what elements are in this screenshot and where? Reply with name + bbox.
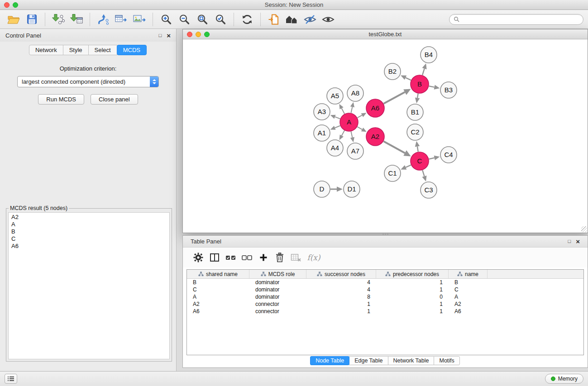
columns-icon	[210, 253, 220, 262]
tab-select[interactable]: Select	[88, 45, 117, 55]
table-row[interactable]: Adominator80A	[187, 293, 583, 300]
graph-edge-C-C2[interactable]	[417, 147, 418, 152]
unselect-all-columns-button[interactable]	[239, 249, 255, 266]
table-row[interactable]: Bdominator41B	[187, 279, 583, 286]
graph-edge-A-A5[interactable]	[342, 108, 344, 114]
memory-button[interactable]: Memory	[545, 374, 583, 384]
search-field[interactable]	[449, 14, 583, 25]
graph-edge-A-A7[interactable]	[351, 132, 352, 138]
cell-predecessor-nodes: 1	[376, 301, 449, 307]
graph-edge-C-C4[interactable]	[429, 158, 435, 159]
zoom-out-button[interactable]	[176, 11, 193, 28]
function-builder-button[interactable]: f(x)	[304, 249, 320, 266]
tab-mcds[interactable]: MCDS	[117, 45, 147, 55]
run-mcds-button[interactable]: Run MCDS	[38, 94, 84, 105]
graph-edge-C-C1[interactable]	[406, 165, 411, 167]
network-minimize-button[interactable]	[196, 32, 201, 37]
open-session-button[interactable]	[5, 11, 22, 28]
export-table-button[interactable]	[113, 11, 130, 28]
float-table-panel-icon[interactable]: □	[568, 239, 571, 244]
zoom-selected-button[interactable]	[212, 11, 229, 28]
graph-edge-A-A4[interactable]	[342, 130, 344, 135]
panel-chooser-button[interactable]	[5, 374, 17, 384]
table-row[interactable]: A2connector11A2	[187, 300, 583, 308]
close-panel-button[interactable]: Close panel	[91, 94, 138, 105]
table-settings-button[interactable]	[190, 249, 206, 266]
graph-edge-A6-B[interactable]	[383, 92, 405, 104]
graph-node-label: A	[347, 118, 351, 126]
graph-edge-arrowhead	[330, 126, 336, 130]
tab-style[interactable]: Style	[63, 45, 89, 55]
import-network-button[interactable]	[50, 11, 67, 28]
delete-table-button[interactable]	[288, 249, 304, 266]
close-window-button[interactable]	[4, 2, 10, 8]
graph-edge-C-C3[interactable]	[422, 170, 424, 176]
cell-name: A2	[449, 301, 488, 307]
graph-node-label: B2	[388, 67, 397, 75]
column-header-name[interactable]: name	[449, 270, 488, 278]
graph-edge-A-A6[interactable]	[358, 115, 362, 118]
show-graphics-details-button[interactable]	[320, 11, 337, 28]
column-header-predecessor-nodes[interactable]: predecessor nodes	[376, 270, 449, 278]
tab-node-table[interactable]: Node Table	[310, 356, 349, 365]
select-all-columns-button[interactable]	[223, 249, 239, 266]
checked-boxes-icon	[225, 254, 236, 261]
zoom-window-button[interactable]	[13, 2, 18, 8]
show-columns-button[interactable]	[206, 249, 223, 266]
save-session-button[interactable]	[23, 11, 40, 28]
result-item[interactable]: A	[9, 221, 169, 228]
result-item[interactable]: A6	[9, 243, 169, 250]
graph-edge-A2-C[interactable]	[383, 141, 405, 153]
zoom-fit-button[interactable]	[194, 11, 211, 28]
toolbar-separator	[45, 13, 45, 26]
graph-edge-B-B1[interactable]	[417, 94, 418, 98]
network-graph[interactable]: B4B2BB3A5A8A6A3AB1A1A2C2A4A7C4CC1DD1C3	[183, 39, 588, 233]
result-item[interactable]: A2	[9, 214, 169, 221]
tab-network-table[interactable]: Network Table	[388, 356, 435, 365]
network-window-titlebar[interactable]: testGlobe.txt	[183, 29, 588, 39]
table-row[interactable]: A6connector11A6	[187, 308, 583, 315]
export-image-button[interactable]	[131, 11, 148, 28]
tab-edge-table[interactable]: Edge Table	[349, 356, 388, 365]
result-item[interactable]: B	[9, 228, 169, 235]
criterion-dropdown[interactable]: largest connected component (directed)	[17, 76, 159, 87]
create-column-button[interactable]	[255, 249, 272, 266]
import-table-icon	[70, 14, 83, 25]
result-item[interactable]: C	[9, 235, 169, 243]
graph-edge-B-B4[interactable]	[422, 69, 424, 75]
refresh-network-button[interactable]	[239, 11, 256, 28]
column-header-MCDS-role[interactable]: MCDS role	[249, 270, 306, 278]
hide-graphics-details-button[interactable]	[301, 11, 319, 28]
search-input[interactable]	[462, 16, 579, 23]
graph-edge-B-B3[interactable]	[429, 86, 435, 87]
column-header-successor-nodes[interactable]: successor nodes	[306, 270, 376, 278]
welcome-screen-button[interactable]	[283, 11, 301, 28]
graph-edge-B-B2[interactable]	[406, 78, 411, 81]
close-panel-icon[interactable]: ×	[167, 32, 171, 39]
mcds-result-list[interactable]: A2ABCA6	[8, 212, 170, 359]
column-header-shared-name[interactable]: shared name	[187, 270, 249, 278]
graph-node-label: B	[417, 80, 422, 88]
import-table-button[interactable]	[68, 11, 85, 28]
cell-predecessor-nodes: 1	[376, 286, 449, 293]
table-row[interactable]: Cdominator41C	[187, 286, 583, 293]
zoom-in-button[interactable]	[158, 11, 175, 28]
network-close-button[interactable]	[187, 32, 192, 37]
resize-grip-icon[interactable]	[581, 226, 587, 232]
delete-columns-button[interactable]	[272, 249, 288, 266]
network-canvas[interactable]: B4B2BB3A5A8A6A3AB1A1A2C2A4A7C4CC1DD1C3	[183, 39, 588, 233]
network-zoom-button[interactable]	[204, 32, 210, 37]
graph-edge-A-A2[interactable]	[357, 127, 362, 129]
graph-node-label: B4	[425, 51, 433, 58]
float-panel-icon[interactable]: □	[159, 33, 162, 38]
tab-network[interactable]: Network	[29, 45, 63, 55]
graph-node-label: C4	[444, 151, 453, 158]
open-document-button[interactable]	[265, 11, 282, 28]
cell-name: B	[449, 279, 488, 286]
graph-edge-A-A3[interactable]	[335, 117, 340, 119]
close-table-panel-icon[interactable]: ×	[576, 238, 580, 245]
apply-layout-button[interactable]	[95, 11, 112, 28]
graph-edge-A-A8[interactable]	[351, 107, 352, 113]
graph-edge-A-A1[interactable]	[335, 126, 340, 128]
tab-motifs[interactable]: Motifs	[434, 356, 459, 365]
